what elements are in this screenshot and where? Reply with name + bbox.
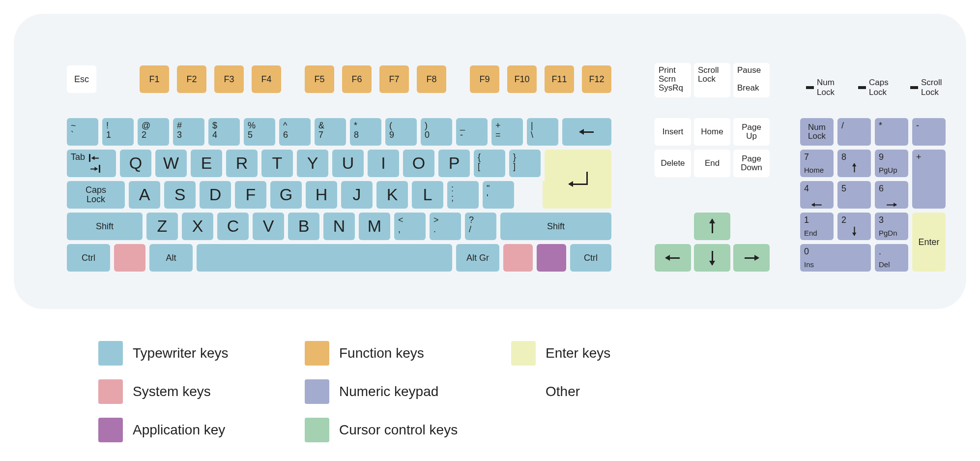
key-ctrl-right[interactable]: Ctrl bbox=[570, 244, 611, 272]
numpad-numlock[interactable]: Num Lock bbox=[800, 118, 834, 146]
numpad-7[interactable]: 7Home bbox=[800, 150, 834, 177]
key-w[interactable]: W bbox=[155, 150, 187, 177]
numpad-add[interactable]: + bbox=[912, 150, 946, 209]
key-f5[interactable]: F5 bbox=[305, 65, 334, 93]
key-d[interactable]: D bbox=[200, 181, 231, 209]
key-4[interactable]: $4 bbox=[208, 118, 240, 146]
key-b[interactable]: B bbox=[288, 213, 319, 240]
key-v[interactable]: V bbox=[253, 213, 284, 240]
key-f6[interactable]: F6 bbox=[342, 65, 372, 93]
key-u[interactable]: U bbox=[332, 150, 364, 177]
key-f9[interactable]: F9 bbox=[470, 65, 499, 93]
key-f2[interactable]: F2 bbox=[177, 65, 206, 93]
key-s[interactable]: S bbox=[164, 181, 196, 209]
numpad-multiply[interactable]: * bbox=[875, 118, 908, 146]
key-t[interactable]: T bbox=[261, 150, 293, 177]
key-alt-left[interactable]: Alt bbox=[149, 244, 193, 272]
key-z[interactable]: Z bbox=[146, 213, 178, 240]
numpad-enter[interactable]: Enter bbox=[912, 213, 946, 272]
numpad-0[interactable]: 0Ins bbox=[800, 244, 871, 272]
key-f7[interactable]: F7 bbox=[379, 65, 409, 93]
key-f12[interactable]: F12 bbox=[582, 65, 611, 93]
key-equals[interactable]: += bbox=[491, 118, 523, 146]
key-h[interactable]: H bbox=[306, 181, 337, 209]
numpad-2[interactable]: 2 bbox=[837, 213, 871, 240]
key-shift-right[interactable]: Shift bbox=[500, 213, 611, 240]
key-8[interactable]: *8 bbox=[350, 118, 381, 146]
key-f3[interactable]: F3 bbox=[214, 65, 244, 93]
key-backspace[interactable] bbox=[562, 118, 611, 146]
key-pagedown[interactable]: Page Down bbox=[733, 150, 770, 177]
key-bracket-left[interactable]: {[ bbox=[474, 150, 505, 177]
key-esc[interactable]: Esc bbox=[67, 65, 96, 93]
key-arrow-right[interactable] bbox=[733, 244, 770, 272]
key-a[interactable]: A bbox=[129, 181, 160, 209]
key-space[interactable] bbox=[197, 244, 452, 272]
key-slash[interactable]: ?/ bbox=[465, 213, 496, 240]
key-f[interactable]: F bbox=[235, 181, 266, 209]
key-k[interactable]: K bbox=[376, 181, 408, 209]
numpad-1[interactable]: 1End bbox=[800, 213, 834, 240]
key-scrolllock[interactable]: Scroll Lock bbox=[694, 63, 730, 97]
key-7[interactable]: &7 bbox=[315, 118, 346, 146]
key-capslock[interactable]: Caps Lock bbox=[67, 181, 125, 209]
key-f10[interactable]: F10 bbox=[507, 65, 537, 93]
key-period[interactable]: >. bbox=[430, 213, 461, 240]
key-minus[interactable]: _- bbox=[456, 118, 488, 146]
key-win-right[interactable] bbox=[503, 244, 533, 272]
key-f8[interactable]: F8 bbox=[417, 65, 446, 93]
key-0[interactable]: )0 bbox=[421, 118, 452, 146]
key-printscreen[interactable]: Print Scrn SysRq bbox=[655, 63, 691, 97]
key-tab[interactable]: Tab bbox=[67, 150, 116, 177]
key-5[interactable]: %5 bbox=[244, 118, 275, 146]
numpad-5[interactable]: 5 bbox=[837, 181, 871, 209]
key-end[interactable]: End bbox=[694, 150, 730, 177]
key-win-left[interactable] bbox=[114, 244, 145, 272]
key-3[interactable]: #3 bbox=[173, 118, 204, 146]
key-1[interactable]: !1 bbox=[102, 118, 134, 146]
key-y[interactable]: Y bbox=[297, 150, 328, 177]
key-l[interactable]: L bbox=[412, 181, 443, 209]
key-f4[interactable]: F4 bbox=[252, 65, 281, 93]
key-i[interactable]: I bbox=[368, 150, 399, 177]
key-pageup[interactable]: Page Up bbox=[733, 118, 770, 146]
key-arrow-up[interactable] bbox=[694, 213, 730, 240]
key-2[interactable]: @2 bbox=[138, 118, 169, 146]
key-grave[interactable]: ~` bbox=[67, 118, 98, 146]
key-f1[interactable]: F1 bbox=[140, 65, 169, 93]
key-arrow-left[interactable] bbox=[655, 244, 691, 272]
key-enter[interactable] bbox=[545, 150, 611, 209]
key-altgr[interactable]: Alt Gr bbox=[456, 244, 499, 272]
numpad-9[interactable]: 9PgUp bbox=[875, 150, 908, 177]
key-quote[interactable]: "' bbox=[483, 181, 514, 209]
key-m[interactable]: M bbox=[359, 213, 390, 240]
key-n[interactable]: N bbox=[323, 213, 355, 240]
key-j[interactable]: J bbox=[341, 181, 373, 209]
key-6[interactable]: ^6 bbox=[279, 118, 311, 146]
key-r[interactable]: R bbox=[226, 150, 258, 177]
key-f11[interactable]: F11 bbox=[545, 65, 574, 93]
key-e[interactable]: E bbox=[191, 150, 222, 177]
key-ctrl-left[interactable]: Ctrl bbox=[67, 244, 110, 272]
key-x[interactable]: X bbox=[182, 213, 213, 240]
key-p[interactable]: P bbox=[438, 150, 470, 177]
numpad-3[interactable]: 3PgDn bbox=[875, 213, 908, 240]
numpad-8[interactable]: 8 bbox=[837, 150, 871, 177]
numpad-subtract[interactable]: - bbox=[912, 118, 946, 146]
key-o[interactable]: O bbox=[403, 150, 434, 177]
numpad-6[interactable]: 6 bbox=[875, 181, 908, 209]
key-arrow-down[interactable] bbox=[694, 244, 730, 272]
key-semicolon[interactable]: :; bbox=[447, 181, 479, 209]
key-9[interactable]: (9 bbox=[385, 118, 417, 146]
key-insert[interactable]: Insert bbox=[655, 118, 691, 146]
key-backslash[interactable]: |\ bbox=[527, 118, 558, 146]
key-pause[interactable]: Pause Break bbox=[733, 63, 770, 97]
key-q[interactable]: Q bbox=[120, 150, 151, 177]
key-home[interactable]: Home bbox=[694, 118, 730, 146]
key-c[interactable]: C bbox=[217, 213, 249, 240]
key-menu[interactable] bbox=[537, 244, 566, 272]
numpad-divide[interactable]: / bbox=[837, 118, 871, 146]
numpad-4[interactable]: 4 bbox=[800, 181, 834, 209]
key-delete[interactable]: Delete bbox=[655, 150, 691, 177]
key-comma[interactable]: <, bbox=[394, 213, 426, 240]
